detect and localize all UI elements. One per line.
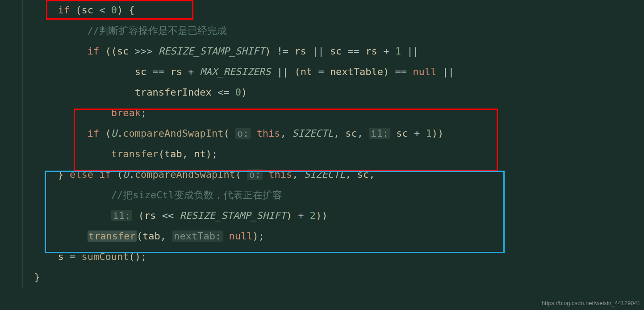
code-line: if ((sc >>> RESIZE_STAMP_SHIFT) != rs ||… — [13, 41, 644, 62]
keyword-if: if — [58, 4, 70, 16]
code-line: } else if (U.compareAndSwapInt( o: this,… — [13, 164, 644, 185]
code-line: i1: (rs << RESIZE_STAMP_SHIFT) + 2)) — [13, 205, 644, 226]
code-editor: if (sc < 0) { //判断扩容操作是不是已经完成 if ((sc >>… — [0, 0, 644, 288]
param-hint: i1: — [111, 210, 133, 221]
keyword-break: break — [111, 107, 141, 118]
code-line: transfer(tab, nt); — [13, 144, 644, 164]
code-line: } — [13, 267, 644, 288]
code-line: if (sc < 0) { — [13, 0, 644, 21]
comment: //把sizeCtl变成负数，代表正在扩容 — [111, 189, 282, 201]
code-line: //判断扩容操作是不是已经完成 — [13, 21, 644, 41]
param-hint: i1: — [369, 128, 390, 139]
code-line: sc == rs + MAX_RESIZERS || (nt = nextTab… — [13, 62, 644, 82]
code-line: s = sumCount(); — [13, 247, 644, 267]
code-line: if (U.compareAndSwapInt( o: this, SIZECT… — [13, 123, 644, 144]
comment: //判断扩容操作是不是已经完成 — [88, 25, 227, 36]
code-line: //把sizeCtl变成负数，代表正在扩容 — [13, 185, 644, 205]
param-hint: o: — [235, 128, 251, 139]
watermark: https://blog.csdn.net/weixin_44129041 — [542, 299, 640, 308]
param-hint: nextTab: — [172, 230, 223, 242]
code-line: transfer(tab, nextTab: null); — [13, 226, 644, 247]
code-line: break; — [13, 103, 644, 123]
code-line: transferIndex <= 0) — [13, 82, 644, 103]
keyword-else: else — [70, 169, 93, 180]
param-hint: o: — [247, 169, 263, 180]
